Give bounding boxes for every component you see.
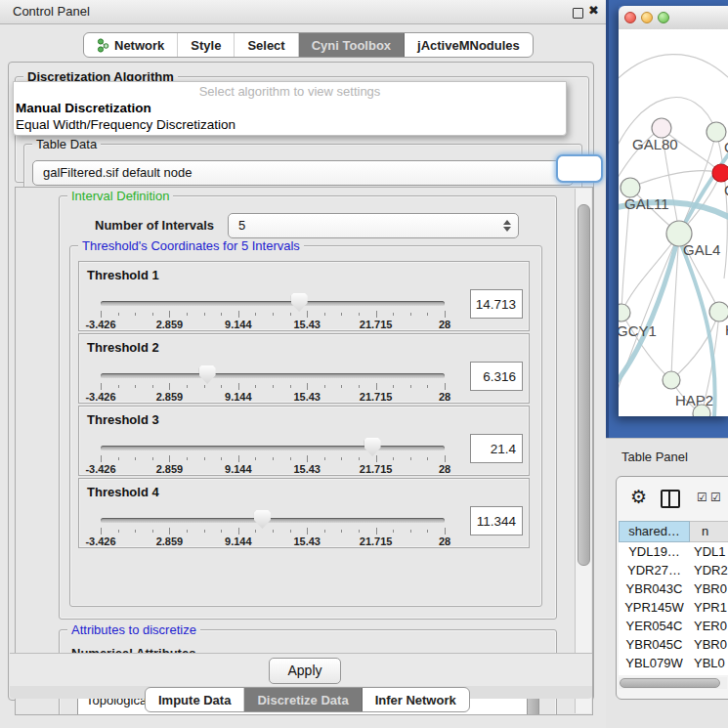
tick-mark xyxy=(376,383,377,390)
table-row[interactable]: YDR27…YDR2 xyxy=(619,561,728,579)
tick-mark xyxy=(359,530,360,533)
interval-definition-title: Interval Definition xyxy=(67,189,173,203)
tick-label: -3.426 xyxy=(85,535,115,547)
network-node[interactable] xyxy=(663,371,680,389)
threshold-value-field[interactable]: 21.4 xyxy=(470,434,523,463)
network-node[interactable] xyxy=(693,405,710,416)
network-canvas[interactable]: GAL80GCGAL11GAL4GCY1HHAP2 xyxy=(619,29,728,416)
tick-mark xyxy=(101,455,102,462)
tick-mark xyxy=(221,457,222,460)
split-table-icon[interactable] xyxy=(661,490,680,508)
tick-mark xyxy=(135,313,136,316)
tick-mark xyxy=(273,385,274,388)
slider-track[interactable] xyxy=(101,373,445,378)
checkbox-icon[interactable]: ☑ xyxy=(710,491,721,504)
network-node[interactable] xyxy=(709,302,728,321)
table-row[interactable]: YDL19…YDL1 xyxy=(619,542,728,561)
network-node[interactable] xyxy=(707,122,726,142)
apply-button[interactable]: Apply xyxy=(269,658,341,684)
algorithm-prompt-option[interactable]: Select algorithm to view settings xyxy=(14,84,566,99)
slider-track[interactable] xyxy=(101,446,445,450)
tab-network[interactable]: Network xyxy=(84,33,178,57)
tick-mark xyxy=(410,385,411,388)
tick-label: 28 xyxy=(439,535,450,547)
column-header-name[interactable]: n xyxy=(690,521,728,542)
threshold-value-field[interactable]: 14.713 xyxy=(470,289,523,319)
settings-vertical-scrollbar[interactable] xyxy=(575,189,591,713)
tick-mark xyxy=(393,385,394,388)
table-row[interactable]: YBL079WYBL0 xyxy=(619,654,728,672)
tick-mark xyxy=(273,457,274,460)
tick-label: -3.426 xyxy=(85,319,115,330)
tick-mark xyxy=(118,385,119,388)
table-row[interactable]: YBR043CYBR0 xyxy=(619,579,728,598)
column-header-shared[interactable]: shared… xyxy=(619,521,690,542)
tick-mark xyxy=(324,385,325,388)
combo-stepper-icon xyxy=(503,220,511,232)
gear-icon[interactable]: ⚙ xyxy=(630,486,647,508)
tick-mark xyxy=(427,530,428,533)
tab-style[interactable]: Style xyxy=(178,33,235,57)
network-node[interactable] xyxy=(619,304,630,321)
slider-track[interactable] xyxy=(101,301,445,306)
network-node-label: C xyxy=(724,182,728,198)
algorithm-option-equal-width[interactable]: Equal Width/Frequency Discretization xyxy=(16,117,236,132)
table-row[interactable]: YER054CYER0 xyxy=(619,617,728,635)
settings-scroll-area: Interval Definition Number of Intervals … xyxy=(15,187,593,715)
num-intervals-label: Number of Intervals xyxy=(95,218,214,233)
cell-name: YBR0 xyxy=(690,635,728,654)
slider-thumb[interactable] xyxy=(364,438,381,456)
algorithm-dropdown-popup: Select algorithm to view settings Manual… xyxy=(13,81,567,136)
network-node[interactable] xyxy=(712,164,728,182)
bottom-tab-impute-data[interactable]: Impute Data xyxy=(146,688,244,711)
bottom-tab-discretize-data[interactable]: Discretize Data xyxy=(244,688,362,711)
tick-label: 21.715 xyxy=(360,463,393,475)
mac-zoom-icon[interactable] xyxy=(658,12,669,23)
float-window-icon[interactable] xyxy=(573,8,583,19)
slider-track[interactable] xyxy=(101,518,445,523)
tick-label: 2.859 xyxy=(156,319,184,330)
scrollbar-thumb[interactable] xyxy=(578,204,590,566)
tab-cyni-toolbox[interactable]: Cyni Toolbox xyxy=(299,33,405,57)
tick-mark xyxy=(169,383,170,390)
table-row[interactable]: YPR145WYPR1 xyxy=(619,598,728,617)
num-intervals-combobox[interactable]: 5 xyxy=(228,213,519,238)
tick-mark xyxy=(376,528,377,535)
network-node[interactable] xyxy=(621,178,640,197)
slider-thumb[interactable] xyxy=(199,365,216,384)
tick-mark xyxy=(324,457,325,460)
slider-thumb[interactable] xyxy=(254,510,271,529)
scrollbar-thumb[interactable] xyxy=(620,678,720,688)
tick-mark xyxy=(135,457,136,460)
network-node[interactable] xyxy=(652,118,671,138)
tick-label: 15.43 xyxy=(293,535,321,547)
close-icon[interactable]: ✖ xyxy=(588,3,599,18)
table-panel: Table Panel ⚙ ☑ ☑ shared… n YDL19…YDL1YD… xyxy=(606,438,728,728)
tab-select[interactable]: Select xyxy=(235,33,298,57)
tick-mark xyxy=(238,528,239,535)
algorithm-combobox[interactable] xyxy=(556,154,603,183)
checkbox-icon[interactable]: ☑ xyxy=(697,491,707,504)
threshold-value-field[interactable]: 6.316 xyxy=(470,362,523,391)
algorithm-option-manual[interactable]: Manual Discretization xyxy=(16,101,151,115)
tick-label: 2.859 xyxy=(156,463,184,475)
table-panel-box: ⚙ ☑ ☑ shared… n YDL19…YDL1YDR27…YDR2YBR0… xyxy=(616,476,728,700)
tick-mark xyxy=(152,457,153,460)
bottom-tab-infer-network[interactable]: Infer Network xyxy=(363,688,469,711)
tab-jactivemnodules[interactable]: jActiveMNodules xyxy=(405,33,533,57)
table-row[interactable]: YBR045CYBR0 xyxy=(619,635,728,654)
tick-label: 9.144 xyxy=(225,319,252,330)
tick-mark xyxy=(324,530,325,533)
threshold-value-field[interactable]: 11.344 xyxy=(470,506,523,535)
cell-shared-name: YDL19… xyxy=(619,542,690,561)
mac-minimize-icon[interactable] xyxy=(641,12,653,23)
table-data-combobox[interactable]: galFiltered.sif default node xyxy=(32,160,574,186)
table-row[interactable]: YLR345WYLR3 xyxy=(619,672,728,675)
slider-thumb[interactable] xyxy=(291,293,308,312)
tick-mark xyxy=(169,311,170,318)
tick-label: 9.144 xyxy=(225,535,252,547)
table-horizontal-scrollbar[interactable] xyxy=(619,677,727,689)
network-node-label: GAL80 xyxy=(632,136,678,152)
threshold-panel: Threshold 2-3.4262.8599.14415.4321.71528… xyxy=(78,333,530,404)
mac-close-icon[interactable] xyxy=(624,12,636,23)
